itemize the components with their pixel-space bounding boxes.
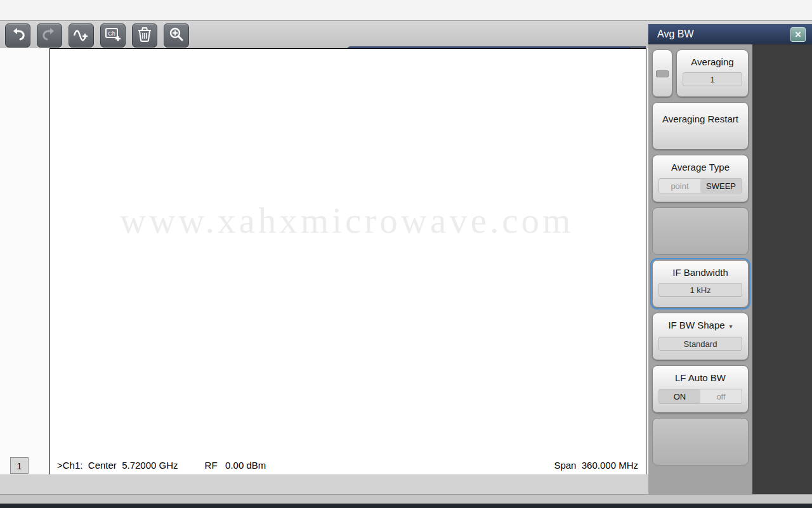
lf-auto-bw-segment[interactable]: ON off bbox=[658, 389, 742, 404]
if-bandwidth-value: 1 kHz bbox=[658, 283, 742, 297]
average-type-button[interactable]: Average Type point SWEEP bbox=[652, 155, 749, 202]
averaging-button[interactable]: Averaging 1 bbox=[676, 49, 749, 97]
lf-auto-bw-on: ON bbox=[659, 389, 700, 403]
channel-badge: 1 bbox=[10, 457, 29, 474]
add-trace-button[interactable] bbox=[69, 23, 94, 48]
add-channel-icon: Ch bbox=[105, 27, 121, 44]
graph-window: www.xahxmicrowave.com >Ch1: Center 5.720… bbox=[49, 48, 646, 475]
redo-button[interactable] bbox=[37, 23, 62, 48]
blank-button-2 bbox=[652, 418, 749, 466]
zoom-icon bbox=[169, 27, 184, 44]
span-status: Span 360.000 MHz bbox=[554, 460, 638, 471]
if-bw-shape-button[interactable]: IF BW Shape▾ Standard bbox=[652, 313, 749, 360]
average-type-point: point bbox=[659, 179, 700, 193]
undo-icon bbox=[10, 27, 25, 44]
blank-button-1 bbox=[652, 207, 749, 255]
averaging-value: 1 bbox=[683, 72, 742, 86]
if-bandwidth-button[interactable]: IF Bandwidth 1 kHz bbox=[652, 260, 749, 308]
panel-title-bar: Avg BW ✕ bbox=[648, 24, 812, 44]
averaging-led-icon bbox=[656, 70, 669, 77]
graph-zone: 1 www.xahxmicrowave.com >Ch1: Center 5.7… bbox=[0, 48, 648, 474]
averaging-toggle-button[interactable] bbox=[652, 49, 672, 97]
graph-status-bar: >Ch1: Center 5.72000 GHz RF 0.00 dBm Spa… bbox=[50, 457, 646, 474]
averaging-restart-button[interactable]: Averaging Restart bbox=[652, 102, 749, 150]
avgbw-panel: Avg BW ✕ Averaging 1 Averaging Restart A… bbox=[648, 24, 812, 494]
delete-button[interactable] bbox=[132, 23, 157, 48]
average-type-sweep: SWEEP bbox=[700, 179, 742, 193]
zoom-button[interactable] bbox=[164, 23, 189, 48]
panel-buttons-column: Averaging 1 Averaging Restart Average Ty… bbox=[648, 44, 752, 494]
menu-bar bbox=[0, 0, 812, 21]
rf-status: RF 0.00 dBm bbox=[205, 460, 266, 471]
svg-text:Ch: Ch bbox=[108, 30, 115, 37]
bottom-strip bbox=[0, 494, 812, 504]
bottom-edge bbox=[0, 504, 812, 508]
undo-button[interactable] bbox=[5, 23, 30, 48]
add-channel-button[interactable]: Ch bbox=[100, 23, 126, 48]
add-trace-icon bbox=[73, 27, 89, 44]
dropdown-arrow-icon: ▾ bbox=[730, 323, 733, 330]
status-tab-row bbox=[0, 474, 648, 494]
lf-auto-bw-off: off bbox=[700, 389, 742, 403]
if-bw-shape-value: Standard bbox=[658, 337, 742, 351]
panel-tabs-column bbox=[752, 44, 812, 494]
trash-icon bbox=[138, 27, 152, 44]
close-button[interactable]: ✕ bbox=[790, 27, 806, 42]
vna-screen: Ch IF BW 1 kHz ▲▼ bbox=[0, 0, 812, 508]
channel-status: >Ch1: Center 5.72000 GHz bbox=[57, 460, 178, 471]
panel-title: Avg BW bbox=[657, 29, 694, 40]
redo-icon bbox=[42, 27, 57, 44]
lf-auto-bw-button[interactable]: LF Auto BW ON off bbox=[652, 365, 749, 413]
average-type-segment[interactable]: point SWEEP bbox=[658, 178, 742, 193]
